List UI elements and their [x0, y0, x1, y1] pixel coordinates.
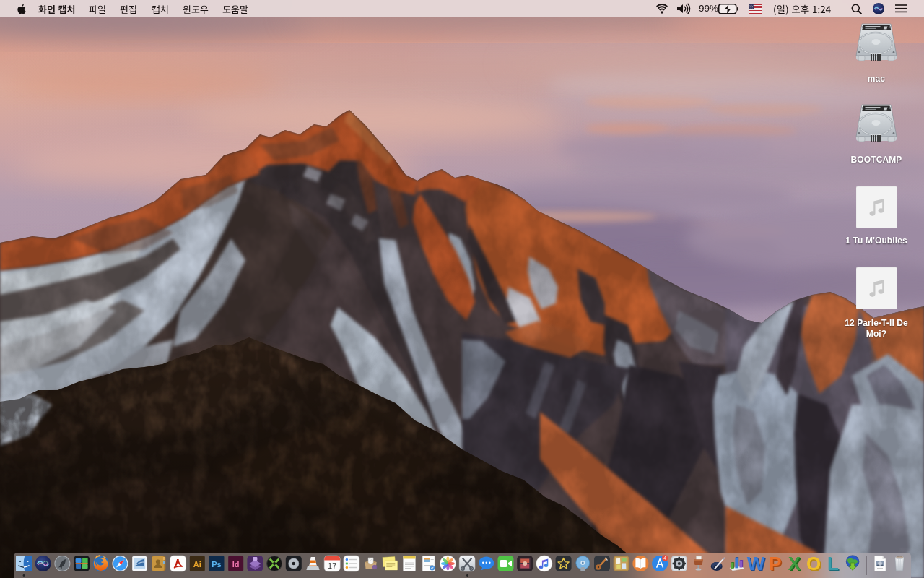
svg-text:W: W — [747, 553, 765, 574]
svg-text:X: X — [788, 553, 801, 574]
svg-text:Id: Id — [232, 560, 240, 569]
svg-text:L: L — [827, 553, 839, 574]
svg-text:Ps: Ps — [212, 560, 221, 569]
svg-text:Ai: Ai — [193, 560, 201, 569]
svg-text:4: 4 — [663, 556, 666, 561]
svg-text:O: O — [806, 553, 821, 574]
svg-text:P: P — [769, 553, 781, 574]
svg-text:17: 17 — [328, 561, 336, 570]
